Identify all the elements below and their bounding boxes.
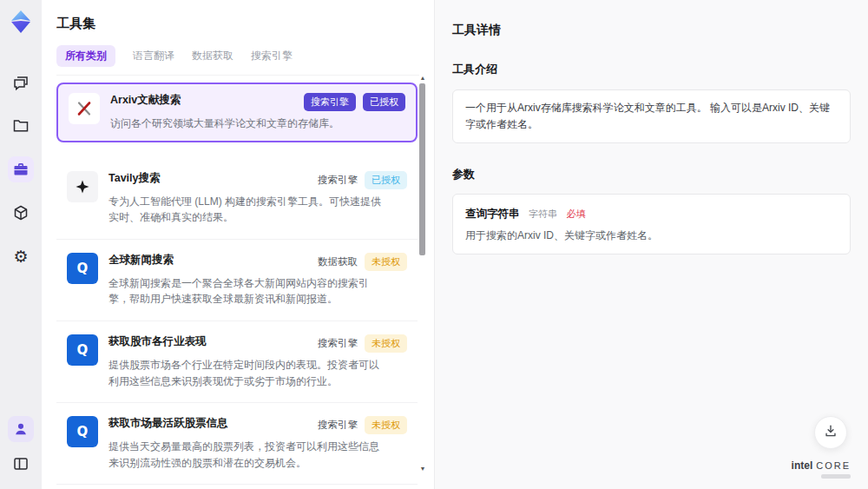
auth-status-badge: 已授权 <box>363 93 405 111</box>
scrollbar-thumb[interactable] <box>419 83 425 255</box>
intel-core-brand: intelCORE <box>792 459 851 479</box>
sidebar-item-tools[interactable] <box>8 156 34 182</box>
toolbox-icon <box>12 161 30 178</box>
tool-item-stock-sector-performance[interactable]: Q 获取股市各行业表现 搜索引擎 未授权 提供股票市场各个行业在特定时间段内的表… <box>56 321 418 403</box>
parameter-card: 查询字符串 字符串 必填 用于搜索的Arxiv ID、关键字或作者姓名。 <box>452 194 851 254</box>
tool-description: 提供当天交易量最高的股票列表，投资者可以利用这些信息来识别流动性强的股票和潜在的… <box>108 439 388 471</box>
auth-status-badge: 未授权 <box>365 253 407 271</box>
tool-item-arxiv-search[interactable]: Arxiv文献搜索 搜索引擎 已授权 访问各个研究领域大量科学论文和文章的存储库… <box>56 83 418 142</box>
arxiv-logo-icon <box>69 93 100 124</box>
tool-list-panel: 工具集 所有类别 语言翻译 数据获取 搜索引擎 Arxiv文献搜索 <box>42 0 434 489</box>
parameter-description: 用于搜索的Arxiv ID、关键字或作者姓名。 <box>465 228 838 243</box>
brand-sub-mark <box>821 474 851 479</box>
intro-heading: 工具介绍 <box>452 62 851 77</box>
q-glyph: Q <box>77 342 89 358</box>
parameter-required-flag: 必填 <box>566 208 585 219</box>
tool-item-most-active-stocks[interactable]: Q 获取市场最活跃股票信息 搜索引擎 未授权 提供当天交易量最高的股票列表，投资… <box>56 403 418 485</box>
category-tag: 数据获取 <box>318 255 358 268</box>
news-q-logo-icon: Q <box>67 416 98 447</box>
details-title: 工具详情 <box>452 23 851 38</box>
sidebar-item-collapse[interactable] <box>8 451 34 477</box>
tab-search-engine[interactable]: 搜索引擎 <box>251 49 293 63</box>
tab-all-categories[interactable]: 所有类别 <box>56 45 115 67</box>
tool-description: 全球新闻搜索是一个聚合全球各大新闻网站内容的搜索引擎，帮助用户快速获取全球最新资… <box>108 275 388 307</box>
tool-list: Arxiv文献搜索 搜索引擎 已授权 访问各个研究领域大量科学论文和文章的存储库… <box>56 83 418 489</box>
user-icon <box>13 421 29 437</box>
news-q-logo-icon: Q <box>67 253 98 284</box>
category-tag: 搜索引擎 <box>318 419 358 432</box>
intro-text-box: 一个用于从Arxiv存储库搜索科学论文和文章的工具。 输入可以是Arxiv ID… <box>452 89 851 143</box>
sidebar-nav: ⚙ <box>8 69 34 269</box>
scrollbar-up-arrow[interactable]: ▲ <box>418 75 427 82</box>
sidebar-bottom-nav <box>8 416 34 477</box>
tool-details-panel: 工具详情 工具介绍 一个用于从Arxiv存储库搜索科学论文和文章的工具。 输入可… <box>434 0 868 489</box>
four-point-star-icon <box>67 171 98 202</box>
parameter-name: 查询字符串 <box>465 208 520 220</box>
category-badge: 搜索引擎 <box>304 93 356 111</box>
sidebar-item-chat[interactable] <box>8 69 34 96</box>
sidebar-item-account[interactable] <box>8 416 34 442</box>
app-logo <box>8 9 34 35</box>
params-heading: 参数 <box>452 167 851 182</box>
tool-description: 访问各个研究领域大量科学论文和文章的存储库。 <box>110 116 390 132</box>
parameter-type: 字符串 <box>529 208 557 219</box>
download-button[interactable] <box>814 416 847 449</box>
sidebar-item-models[interactable] <box>8 200 34 226</box>
list-scrollbar[interactable]: ▲ ▼ <box>418 75 427 476</box>
page-title: 工具集 <box>56 16 434 32</box>
auth-status-badge: 未授权 <box>365 416 407 434</box>
core-wordmark: CORE <box>816 460 851 471</box>
auth-status-badge: 已授权 <box>365 171 407 189</box>
tool-title: Tavily搜索 <box>108 171 161 186</box>
parameter-header: 查询字符串 字符串 必填 <box>465 205 838 221</box>
tab-language-translation[interactable]: 语言翻译 <box>133 49 174 63</box>
q-glyph: Q <box>77 424 89 439</box>
intel-wordmark: intel <box>792 459 813 472</box>
tool-item-tavily-search[interactable]: Tavily搜索 搜索引擎 已授权 专为人工智能代理 (LLM) 构建的搜索引擎… <box>56 158 418 240</box>
tool-description: 提供股票市场各个行业在特定时间段内的表现。投资者可以利用这些信息来识别表现优于或… <box>108 357 388 389</box>
tool-title: 全球新闻搜索 <box>108 253 174 268</box>
tool-description: 专为人工智能代理 (LLM) 构建的搜索引擎工具。可快速提供实时、准确和真实的结… <box>108 194 388 226</box>
tool-item-regional-news-query[interactable]: 万维地区新闻查询 搜索引擎 未授权 查询具体行政区划内的新闻，快速了解各地新闻动 <box>56 485 418 489</box>
category-tabs: 所有类别 语言翻译 数据获取 搜索引擎 <box>56 45 419 76</box>
sidebar-item-settings[interactable]: ⚙ <box>8 243 34 269</box>
tab-data-fetching[interactable]: 数据获取 <box>192 49 233 63</box>
gear-icon: ⚙ <box>13 248 28 265</box>
q-glyph: Q <box>77 261 89 276</box>
tool-title: Arxiv文献搜索 <box>110 93 181 108</box>
panel-layout-icon <box>12 455 30 472</box>
scrollbar-down-arrow[interactable]: ▼ <box>418 466 427 472</box>
tool-title: 获取股市各行业表现 <box>108 334 207 349</box>
category-tag: 搜索引擎 <box>318 337 358 350</box>
download-icon <box>823 423 838 442</box>
category-tag: 搜索引擎 <box>318 174 358 187</box>
folder-icon <box>12 117 30 135</box>
cube-icon <box>12 204 30 221</box>
chat-icon <box>12 74 30 91</box>
app-sidebar: ⚙ <box>0 0 42 489</box>
auth-status-badge: 未授权 <box>365 334 407 353</box>
sidebar-item-files[interactable] <box>8 113 34 139</box>
news-q-logo-icon: Q <box>67 334 98 366</box>
tool-title: 获取市场最活跃股票信息 <box>108 416 228 431</box>
tool-item-global-news-search[interactable]: Q 全球新闻搜索 数据获取 未授权 全球新闻搜索是一个聚合全球各大新闻网站内容的… <box>56 240 418 321</box>
